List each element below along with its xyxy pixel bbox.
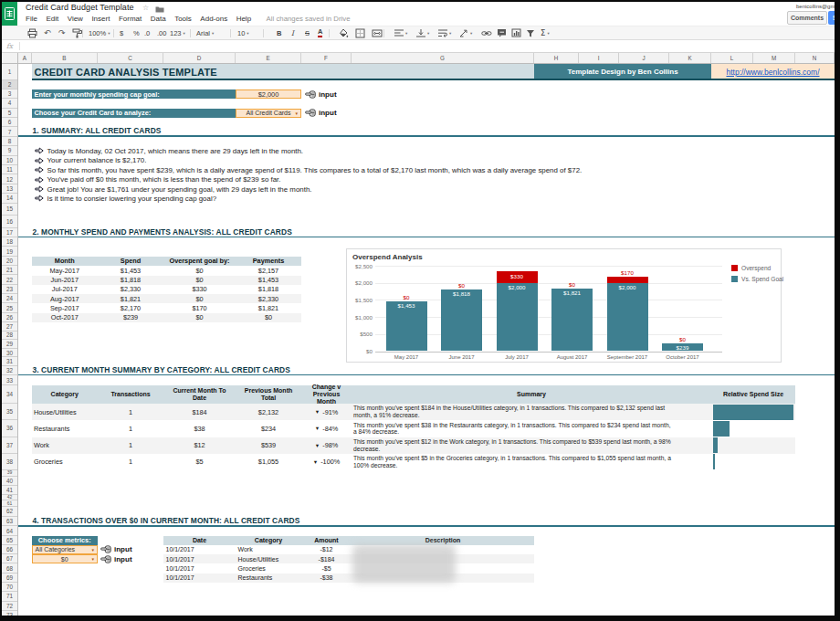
row-header-73[interactable]: 73 bbox=[2, 611, 17, 616]
row-header-69[interactable]: 69 bbox=[2, 574, 17, 583]
document-title[interactable]: Credit Card Budget Template bbox=[26, 3, 134, 12]
row-header-19[interactable]: 19 bbox=[2, 247, 17, 257]
menu-tools[interactable]: Tools bbox=[174, 15, 192, 23]
row-header-17[interactable]: 17 bbox=[2, 228, 17, 237]
undo-icon[interactable]: ↶ bbox=[44, 26, 51, 39]
menu-insert[interactable]: Insert bbox=[91, 15, 110, 23]
row-header-39[interactable]: 39 bbox=[2, 470, 17, 477]
row-header-1[interactable]: 1 bbox=[2, 64, 17, 80]
menu-file[interactable]: File bbox=[26, 15, 37, 23]
insert-chart-icon[interactable] bbox=[511, 26, 521, 39]
row-header-11[interactable]: 11 bbox=[2, 165, 17, 174]
row-header-63[interactable]: 63 bbox=[2, 517, 17, 527]
column-header-I[interactable]: I bbox=[579, 53, 619, 63]
column-header-C[interactable]: C bbox=[98, 53, 163, 63]
row-header-21[interactable]: 21 bbox=[2, 266, 17, 275]
percent-format-button[interactable]: % bbox=[133, 26, 140, 39]
column-header-M[interactable]: M bbox=[753, 53, 795, 63]
amount-filter-select[interactable]: $0▾ bbox=[32, 554, 99, 563]
row-header-32[interactable]: 32 bbox=[2, 366, 17, 375]
row-header-7[interactable]: 7 bbox=[2, 128, 17, 137]
column-header-D[interactable]: D bbox=[163, 53, 236, 63]
row-header-3[interactable]: 3 bbox=[2, 89, 17, 99]
menu-data[interactable]: Data bbox=[151, 15, 166, 23]
account-email[interactable]: benicollins@gmail.com bbox=[796, 4, 835, 9]
dropdown-caret-icon[interactable]: ▾ bbox=[295, 111, 298, 116]
row-header-14[interactable]: 14 bbox=[2, 194, 17, 203]
strikethrough-button[interactable]: S bbox=[305, 26, 310, 39]
row-header-67[interactable]: 67 bbox=[2, 554, 17, 563]
font-select[interactable]: Arial▾ bbox=[196, 26, 214, 39]
menu-edit[interactable]: Edit bbox=[46, 15, 58, 23]
column-header-J[interactable]: J bbox=[619, 53, 669, 63]
filter-icon[interactable] bbox=[526, 26, 535, 39]
zoom-select[interactable]: 100%▾ bbox=[89, 26, 110, 39]
row-header-33[interactable]: 33 bbox=[2, 375, 17, 384]
row-header-71[interactable]: 71 bbox=[2, 592, 17, 601]
formula-bar[interactable]: fx bbox=[2, 40, 835, 53]
decrease-decimal-button[interactable]: .0 bbox=[144, 26, 150, 39]
text-wrap-icon[interactable]: ▾ bbox=[438, 26, 451, 39]
folder-icon[interactable] bbox=[155, 5, 164, 13]
star-icon[interactable]: ☆ bbox=[142, 4, 149, 12]
row-header-9[interactable]: 9 bbox=[2, 146, 17, 155]
insert-comment-icon[interactable] bbox=[497, 26, 507, 39]
currency-format-button[interactable]: $ bbox=[120, 26, 123, 39]
row-header-72[interactable]: 72 bbox=[2, 602, 17, 611]
horizontal-align-icon[interactable]: ▾ bbox=[394, 26, 407, 39]
dropdown-caret-icon[interactable]: ▾ bbox=[91, 556, 94, 562]
row-header-8[interactable]: 8 bbox=[2, 137, 17, 146]
row-header-16[interactable]: 16 bbox=[2, 216, 17, 228]
redo-icon[interactable]: ↷ bbox=[58, 26, 66, 39]
row-header-29[interactable]: 29 bbox=[2, 340, 17, 349]
column-header-G[interactable]: G bbox=[352, 53, 534, 63]
row-header-70[interactable]: 70 bbox=[2, 583, 17, 592]
functions-select[interactable]: Σ▾ bbox=[541, 26, 550, 39]
row-header-35[interactable]: 35 bbox=[2, 404, 17, 420]
row-header-6[interactable]: 6 bbox=[2, 118, 17, 127]
row-header-30[interactable]: 30 bbox=[2, 349, 17, 358]
sheet-canvas[interactable]: CREDIT CARD ANALYSIS TEMPLATETemplate De… bbox=[18, 64, 835, 616]
row-header-24[interactable]: 24 bbox=[2, 294, 17, 303]
text-color-button[interactable]: A bbox=[318, 26, 322, 39]
increase-decimal-button[interactable]: .00 bbox=[157, 26, 166, 39]
bold-button[interactable]: B bbox=[277, 26, 281, 39]
column-header-F[interactable]: F bbox=[301, 53, 352, 63]
row-header-62[interactable]: 62 bbox=[2, 507, 17, 517]
website-link[interactable]: http://www.benlcollins.com/ bbox=[726, 68, 819, 77]
number-format-select[interactable]: 123▾ bbox=[170, 26, 185, 39]
row-header-27[interactable]: 27 bbox=[2, 322, 17, 332]
row-header-40[interactable]: 40 bbox=[2, 477, 17, 486]
column-header-K[interactable]: K bbox=[669, 53, 711, 63]
row-header-18[interactable]: 18 bbox=[2, 237, 17, 247]
row-header-13[interactable]: 13 bbox=[2, 184, 17, 194]
font-size-select[interactable]: 10▾ bbox=[237, 26, 249, 39]
row-header-38[interactable]: 38 bbox=[2, 454, 17, 470]
fill-color-icon[interactable] bbox=[339, 26, 349, 39]
row-header-4[interactable]: 4 bbox=[2, 99, 17, 108]
row-header-65[interactable]: 65 bbox=[2, 536, 17, 545]
menu-help[interactable]: Help bbox=[236, 15, 251, 23]
select-all-corner[interactable] bbox=[2, 53, 18, 64]
column-header-H[interactable]: H bbox=[534, 53, 579, 63]
column-header-E[interactable]: E bbox=[236, 53, 301, 63]
row-header-23[interactable]: 23 bbox=[2, 285, 17, 294]
row-header-12[interactable]: 12 bbox=[2, 175, 17, 184]
row-header-36[interactable]: 36 bbox=[2, 420, 17, 437]
row-header-28[interactable]: 28 bbox=[2, 332, 17, 341]
row-header-31[interactable]: 31 bbox=[2, 357, 17, 366]
text-rotation-icon[interactable]: ▾ bbox=[459, 26, 472, 39]
menu-view[interactable]: View bbox=[68, 15, 83, 23]
credit-card-select[interactable]: All Credit Cards▾ bbox=[236, 109, 301, 118]
category-filter-select[interactable]: All Categories▾ bbox=[32, 545, 99, 554]
share-button[interactable]: Share bbox=[828, 11, 835, 25]
column-header-L[interactable]: L bbox=[711, 53, 753, 63]
row-header-2[interactable]: 2 bbox=[2, 80, 17, 89]
vertical-align-icon[interactable]: ▾ bbox=[416, 26, 429, 39]
spending-cap-input[interactable]: $2,000 bbox=[236, 89, 301, 99]
italic-button[interactable]: I bbox=[291, 26, 294, 39]
dropdown-caret-icon[interactable]: ▾ bbox=[91, 547, 94, 553]
overspend-chart[interactable]: Overspend Analysis$0$500$1,000$1,500$2,0… bbox=[346, 248, 782, 363]
row-header-10[interactable]: 10 bbox=[2, 156, 17, 165]
row-header-64[interactable]: 64 bbox=[2, 527, 17, 536]
